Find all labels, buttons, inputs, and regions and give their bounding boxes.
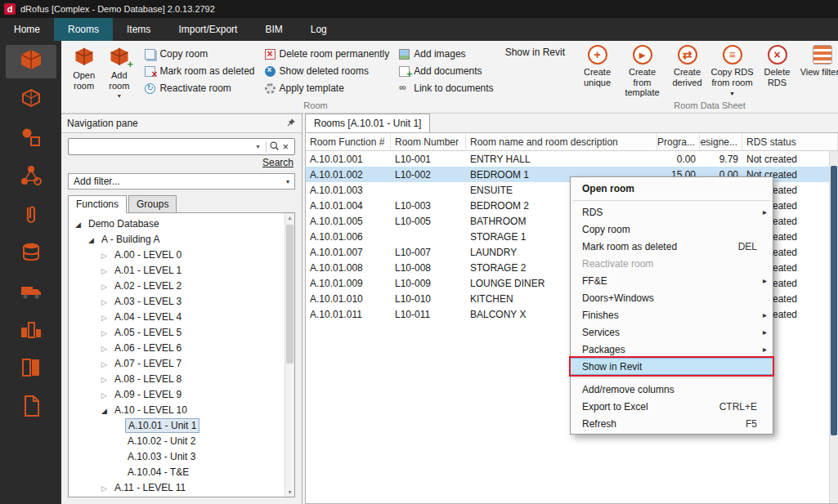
tree-item[interactable]: Demo Database bbox=[69, 216, 294, 231]
context-menu-item[interactable]: Refresh F5 bbox=[571, 415, 773, 432]
ribbon-tab[interactable]: Home bbox=[0, 18, 54, 41]
sidebar-module-shapes[interactable] bbox=[6, 122, 56, 155]
ribbon-small-button[interactable]: Add images bbox=[399, 46, 493, 62]
tree-expander-icon[interactable] bbox=[101, 280, 112, 292]
tree-expander-icon[interactable] bbox=[101, 342, 112, 354]
tree-expander-icon[interactable] bbox=[101, 373, 112, 385]
tree-item[interactable]: A.10.03 - Unit 3 bbox=[69, 448, 294, 464]
tree-item[interactable]: A.11 - LEVEL 11 bbox=[69, 479, 294, 495]
context-menu-item[interactable]: Export to Excel CTRL+E bbox=[571, 398, 773, 415]
sidebar-module-reports[interactable] bbox=[6, 352, 56, 386]
context-menu-item[interactable] bbox=[571, 375, 773, 381]
context-menu-item[interactable]: RDS bbox=[571, 203, 773, 221]
sidebar-module-documents[interactable] bbox=[6, 390, 56, 424]
room-row[interactable]: A.10.01.001 L10-001 ENTRY HALL 0.00 9.79… bbox=[306, 151, 838, 167]
tree-item[interactable]: A.06 - LEVEL 6 bbox=[69, 340, 294, 355]
context-menu-item[interactable]: Packages bbox=[571, 341, 773, 358]
pin-icon[interactable] bbox=[286, 118, 296, 130]
tree-expander-icon[interactable] bbox=[101, 404, 112, 416]
ribbon-small-button[interactable]: Add documents bbox=[399, 63, 493, 79]
context-menu-item[interactable]: FF&E bbox=[571, 272, 773, 289]
sidebar-module-attachments[interactable] bbox=[6, 198, 56, 232]
tree-expander-icon[interactable] bbox=[75, 218, 86, 230]
sidebar-module-systems[interactable] bbox=[6, 160, 56, 194]
rds-big-button[interactable]: Create from template bbox=[620, 44, 665, 98]
open-room-button[interactable]: Open room bbox=[66, 44, 101, 91]
rooms-document-tab[interactable]: Rooms [A.10.01 - Unit 1] bbox=[305, 114, 430, 132]
tree-item[interactable]: A.10.04 - T&E bbox=[69, 464, 294, 479]
column-header[interactable]: Room Number bbox=[391, 133, 466, 150]
tree-item[interactable]: A.10.01 - Unit 1 bbox=[69, 417, 294, 433]
tree-item[interactable]: A.10.02 - Unit 2 bbox=[69, 433, 294, 448]
tree-expander-icon[interactable] bbox=[101, 265, 112, 276]
tree-item[interactable]: A.05 - LEVEL 5 bbox=[69, 324, 294, 340]
search-link[interactable]: Search bbox=[262, 157, 294, 168]
context-menu-item[interactable]: Services bbox=[571, 323, 773, 341]
context-menu-item[interactable]: Copy room bbox=[571, 221, 773, 238]
tree-item[interactable]: A.08 - LEVEL 8 bbox=[69, 371, 294, 386]
tree-expander-icon[interactable] bbox=[101, 482, 112, 493]
context-menu-item[interactable]: Show in Revit bbox=[571, 358, 773, 375]
ribbon-tab[interactable]: Rooms bbox=[54, 18, 113, 41]
tree-expander-icon[interactable] bbox=[101, 358, 112, 369]
tree-scrollbar-thumb[interactable] bbox=[286, 225, 294, 364]
context-menu-item[interactable]: Add/remove columns bbox=[571, 381, 773, 398]
show-in-revit-ribbon-button[interactable]: Show in Revit bbox=[505, 47, 565, 58]
tree-item[interactable]: A.04 - LEVEL 4 bbox=[69, 309, 294, 324]
context-menu-item[interactable] bbox=[571, 198, 773, 203]
context-menu-item[interactable]: Doors+Windows bbox=[571, 289, 773, 306]
rds-big-button[interactable]: Create unique bbox=[575, 44, 620, 87]
tree-item[interactable]: A.09 - LEVEL 9 bbox=[69, 386, 294, 402]
column-header[interactable]: Room name and room description bbox=[466, 133, 657, 150]
tree-expander-icon[interactable] bbox=[101, 389, 112, 400]
tree-item[interactable]: A.03 - LEVEL 3 bbox=[69, 293, 294, 309]
scroll-down-icon[interactable]: ▾ bbox=[285, 488, 294, 496]
rds-big-button[interactable]: Copy RDS from room bbox=[710, 44, 755, 98]
ribbon-small-button[interactable]: Delete room permanently bbox=[265, 46, 390, 62]
tree-expander-icon[interactable] bbox=[101, 296, 112, 307]
context-menu-item[interactable]: Open room bbox=[571, 179, 773, 198]
search-combo-arrow-icon[interactable]: ▾ bbox=[252, 143, 263, 150]
sidebar-module-logistics[interactable] bbox=[6, 275, 56, 309]
ribbon-tab[interactable]: Items bbox=[113, 18, 164, 41]
ribbon-small-button[interactable]: Apply template bbox=[265, 80, 390, 96]
add-filter-dropdown[interactable]: Add filter... ▾ bbox=[68, 173, 295, 190]
add-room-button[interactable]: + Add room ▾ bbox=[101, 44, 137, 100]
ribbon-small-button[interactable]: Mark room as deleted bbox=[145, 63, 254, 79]
sidebar-module-items[interactable] bbox=[6, 83, 56, 117]
column-header[interactable]: Designe... bbox=[700, 133, 742, 150]
search-input[interactable] bbox=[72, 141, 252, 153]
rds-big-button[interactable]: Create derived bbox=[665, 44, 710, 87]
column-header[interactable]: Room Function # bbox=[306, 133, 391, 150]
tree-expander-icon[interactable] bbox=[101, 249, 112, 261]
tree-item[interactable]: A.01 - LEVEL 1 bbox=[69, 262, 294, 278]
ribbon-small-button[interactable]: Copy room bbox=[145, 46, 254, 62]
navigation-tab[interactable]: Groups bbox=[128, 195, 177, 212]
ribbon-tab[interactable]: Log bbox=[297, 18, 341, 41]
column-header[interactable]: Progra... bbox=[657, 133, 700, 150]
rds-big-button[interactable]: Delete RDS bbox=[755, 44, 800, 87]
sidebar-module-database[interactable] bbox=[6, 237, 56, 270]
ribbon-tab[interactable]: Import/Export bbox=[164, 18, 251, 41]
tree-expander-icon[interactable] bbox=[101, 311, 112, 323]
search-icon[interactable] bbox=[269, 140, 280, 154]
ribbon-small-button[interactable]: Show deleted rooms bbox=[265, 63, 390, 79]
tree-scrollbar[interactable]: ▴ ▾ bbox=[285, 213, 294, 497]
clear-search-icon[interactable]: × bbox=[280, 141, 291, 152]
ribbon-small-button[interactable]: Reactivate room bbox=[145, 80, 254, 96]
rds-big-button[interactable]: View filter bbox=[800, 44, 838, 78]
scroll-up-icon[interactable]: ▴ bbox=[285, 214, 294, 221]
ribbon-small-button[interactable]: Link to documents bbox=[399, 80, 493, 96]
column-header[interactable]: RDS status bbox=[742, 133, 838, 150]
grid-scrollbar-thumb[interactable] bbox=[831, 166, 837, 435]
tree-item[interactable]: A - Building A bbox=[69, 231, 294, 247]
sidebar-module-buildings[interactable] bbox=[6, 314, 56, 347]
context-menu-item[interactable]: Mark room as deleted DEL bbox=[571, 238, 773, 255]
grid-scrollbar[interactable] bbox=[829, 151, 838, 503]
navigation-tab[interactable]: Functions bbox=[68, 195, 127, 213]
tree-expander-icon[interactable] bbox=[101, 327, 112, 338]
tree-item[interactable]: A.02 - LEVEL 2 bbox=[69, 278, 294, 293]
tree-item[interactable]: A.10 - LEVEL 10 bbox=[69, 402, 294, 417]
tree-item[interactable]: A.00 - LEVEL 0 bbox=[69, 247, 294, 262]
tree-item[interactable]: A.07 - LEVEL 7 bbox=[69, 355, 294, 371]
